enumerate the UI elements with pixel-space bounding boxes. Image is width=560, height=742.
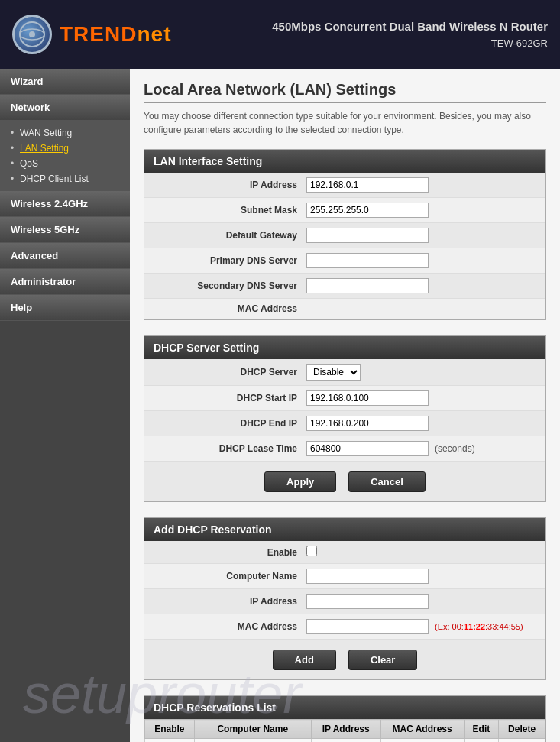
col-ip-address: IP Address [311, 720, 380, 739]
sidebar-item-dhcp-client-list[interactable]: DHCP Client List [11, 171, 130, 186]
sidebar-item-wireless-24[interactable]: Wireless 2.4GHz [0, 191, 130, 217]
apply-button[interactable]: Apply [264, 471, 336, 492]
reservation-mac-label: MAC Address [154, 621, 306, 632]
dhcp-server-button-row: Apply Cancel [144, 462, 545, 501]
main-content: Local Area Network (LAN) Settings You ma… [130, 69, 560, 742]
lan-primary-dns-label: Primary DNS Server [154, 255, 306, 266]
lan-primary-dns-row: Primary DNS Server [144, 248, 545, 274]
dhcp-reservation-body: Enable Computer Name IP Address [144, 541, 545, 640]
reservation-computer-name-input-wrap [306, 569, 429, 584]
row-computer-name: BULLETPROOF-NAS [194, 739, 311, 743]
table-row: 1 BULLETPROOF-NAS ✎ ✘ [145, 739, 545, 743]
dhcp-reservation-section: Add DHCP Reservation Enable Computer Nam… [144, 517, 546, 680]
dhcp-start-ip-input-wrap [306, 390, 429, 406]
dhcp-server-body: DHCP Server Disable Enable DHCP Start IP [144, 359, 545, 462]
product-line: 450Mbps Concurrent Dual Band Wireless N … [272, 18, 548, 36]
lan-subnet-mask-input[interactable] [306, 203, 429, 218]
page-description: You may choose different connection type… [144, 109, 546, 137]
row-edit[interactable]: ✎ [464, 739, 498, 743]
reservation-enable-label: Enable [154, 547, 306, 558]
dhcp-start-ip-input[interactable] [306, 390, 429, 406]
col-delete: Delete [499, 720, 545, 739]
dhcp-end-ip-input-wrap [306, 416, 429, 431]
col-mac-address: MAC Address [380, 720, 464, 739]
logo-trend: TREND [60, 22, 137, 46]
lan-interface-header: LAN Interface Setting [144, 150, 545, 173]
reservation-computer-name-input[interactable] [306, 569, 429, 584]
reservation-computer-name-row: Computer Name [144, 564, 545, 589]
row-ip [311, 739, 380, 743]
lan-primary-dns-input[interactable] [306, 253, 429, 268]
dhcp-end-ip-input[interactable] [306, 416, 429, 431]
header-model: 450Mbps Concurrent Dual Band Wireless N … [272, 18, 548, 52]
reservation-button-row: Add Clear [144, 640, 545, 679]
sidebar-item-help[interactable]: Help [0, 295, 130, 321]
reservation-ip-input[interactable] [306, 594, 429, 609]
dhcp-reservation-header: Add DHCP Reservation [144, 518, 545, 541]
reservation-enable-checkbox[interactable] [306, 546, 317, 556]
clear-button[interactable]: Clear [348, 650, 418, 670]
sidebar-item-lan-setting[interactable]: LAN Setting [11, 141, 130, 156]
reservation-ip-label: IP Address [154, 596, 306, 607]
reservations-list-section: DHCP Reservations List Enable Computer N… [144, 695, 546, 742]
reservation-mac-input-wrap [306, 619, 429, 634]
row-num-enable: 1 [145, 739, 195, 743]
logo-icon [12, 15, 52, 54]
dhcp-server-select-wrap: Disable Enable [306, 364, 361, 381]
dhcp-lease-time-suffix: (seconds) [435, 443, 475, 454]
lan-ip-address-input-wrap [306, 177, 429, 193]
sidebar-item-administrator[interactable]: Administrator [0, 269, 130, 295]
header: TRENDnet 450Mbps Concurrent Dual Band Wi… [0, 0, 560, 69]
dhcp-server-label: DHCP Server [154, 367, 306, 377]
reservation-enable-input-wrap [306, 546, 317, 559]
logo-net: net [137, 22, 171, 46]
lan-default-gateway-input[interactable] [306, 228, 429, 243]
row-delete[interactable]: ✘ [499, 739, 545, 743]
lan-ip-address-input[interactable] [306, 177, 429, 193]
add-button[interactable]: Add [273, 650, 336, 670]
reservation-mac-input[interactable] [306, 619, 429, 634]
mac-hint: (Ex: 00:11:22:33:44:55) [435, 622, 523, 631]
dhcp-lease-time-row: DHCP Lease Time (seconds) [144, 436, 545, 462]
lan-secondary-dns-input[interactable] [306, 278, 429, 293]
svg-point-2 [29, 31, 35, 37]
lan-subnet-mask-row: Subnet Mask [144, 198, 545, 223]
dhcp-end-ip-row: DHCP End IP [144, 411, 545, 436]
reservation-mac-row: MAC Address (Ex: 00:11:22:33:44:55) [144, 614, 545, 640]
sidebar-item-network[interactable]: Network [0, 95, 130, 121]
model-number: TEW-692GR [272, 36, 548, 52]
dhcp-lease-time-label: DHCP Lease Time [154, 443, 306, 454]
reservations-list-body: Enable Computer Name IP Address MAC Addr… [144, 719, 545, 742]
dhcp-lease-time-input[interactable] [306, 441, 429, 456]
lan-subnet-mask-input-wrap [306, 203, 429, 218]
lan-interface-body: IP Address Subnet Mask Default Gateway [144, 173, 545, 319]
reservations-list-header: DHCP Reservations List [144, 696, 545, 719]
lan-ip-address-label: IP Address [154, 180, 306, 190]
reservation-computer-name-label: Computer Name [154, 571, 306, 582]
reservations-table: Enable Computer Name IP Address MAC Addr… [144, 719, 545, 742]
logo-area: TRENDnet [12, 15, 171, 54]
dhcp-server-section: DHCP Server Setting DHCP Server Disable … [144, 335, 546, 502]
dhcp-start-ip-label: DHCP Start IP [154, 393, 306, 403]
sidebar-item-qos[interactable]: QoS [11, 156, 130, 171]
sidebar-item-wizard[interactable]: Wizard [0, 69, 130, 95]
sidebar-item-advanced[interactable]: Advanced [0, 243, 130, 269]
dhcp-server-select[interactable]: Disable Enable [306, 364, 361, 381]
sidebar-submenu-network: WAN Setting LAN Setting QoS DHCP Client … [0, 121, 130, 191]
lan-default-gateway-row: Default Gateway [144, 223, 545, 248]
lan-subnet-mask-label: Subnet Mask [154, 205, 306, 215]
lan-primary-dns-input-wrap [306, 253, 429, 268]
reservation-ip-row: IP Address [144, 589, 545, 614]
row-mac [380, 739, 464, 743]
col-edit: Edit [464, 720, 498, 739]
dhcp-start-ip-row: DHCP Start IP [144, 386, 545, 411]
lan-default-gateway-label: Default Gateway [154, 230, 306, 241]
reservation-enable-row: Enable [144, 541, 545, 564]
reservation-ip-input-wrap [306, 594, 429, 609]
lan-ip-address-row: IP Address [144, 173, 545, 198]
sidebar-item-wan-setting[interactable]: WAN Setting [11, 125, 130, 141]
sidebar-item-wireless-5[interactable]: Wireless 5GHz [0, 217, 130, 243]
lan-secondary-dns-row: Secondary DNS Server [144, 274, 545, 299]
page-title: Local Area Network (LAN) Settings [144, 81, 546, 103]
cancel-button[interactable]: Cancel [348, 471, 426, 492]
